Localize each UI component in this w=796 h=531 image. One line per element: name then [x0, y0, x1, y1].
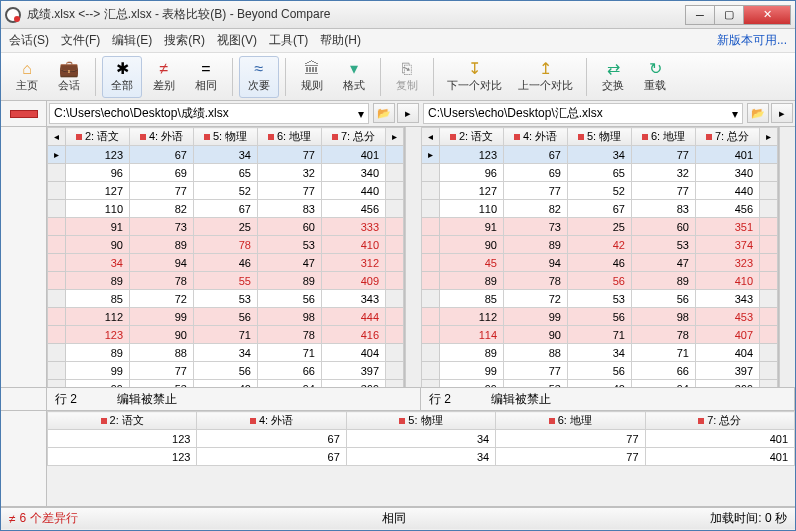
col-header[interactable]: 5: 物理 [568, 128, 632, 146]
same-button[interactable]: =相同 [186, 56, 226, 98]
diff-button[interactable]: ≠差别 [144, 56, 184, 98]
scrollbar[interactable] [405, 127, 421, 387]
col-header[interactable]: 6: 地理 [496, 412, 645, 430]
col-header[interactable]: 4: 外语 [197, 412, 346, 430]
next-diff-button[interactable]: ↧下一个对比 [440, 56, 509, 98]
col-header[interactable]: 7: 总分 [696, 128, 760, 146]
table-row[interactable]: 99775666397 [48, 362, 404, 380]
col-header[interactable]: 2: 语文 [66, 128, 130, 146]
col-header[interactable]: 5: 物理 [346, 412, 495, 430]
session-button[interactable]: 💼会话 [49, 56, 89, 98]
menu-bar: 会话(S) 文件(F) 编辑(E) 搜索(R) 视图(V) 工具(T) 帮助(H… [1, 29, 795, 53]
table-row[interactable]: 89883471404 [422, 344, 778, 362]
minimize-button[interactable]: ─ [685, 5, 715, 25]
toolbar: ⌂主页 💼会话 ✱全部 ≠差别 =相同 ≈次要 🏛规则 ▾格式 ⎘复制 ↧下一个… [1, 53, 795, 101]
table-row[interactable]: 90894253374 [422, 236, 778, 254]
all-button[interactable]: ✱全部 [102, 56, 142, 98]
status-bar: ≠ 6 个差异行 相同 加载时间: 0 秒 [1, 507, 795, 529]
table-row[interactable]: 99534094369 [48, 380, 404, 388]
swap-button[interactable]: ⇄交换 [593, 56, 633, 98]
col-header[interactable]: 4: 外语 [504, 128, 568, 146]
scrollbar[interactable] [779, 127, 795, 387]
menu-edit[interactable]: 编辑(E) [112, 32, 152, 49]
table-row[interactable]: 91732560351 [422, 218, 778, 236]
col-header[interactable]: 4: 外语 [130, 128, 194, 146]
detail-grid[interactable]: 2: 语文4: 外语5: 物理6: 地理7: 总分123673477401123… [47, 411, 795, 506]
table-row[interactable]: 85725356343 [422, 290, 778, 308]
left-edit-status: 编辑被禁止 [117, 391, 177, 408]
col-header[interactable]: 5: 物理 [194, 128, 258, 146]
col-header[interactable]: 6: 地理 [258, 128, 322, 146]
table-row[interactable]: 127775277440 [422, 182, 778, 200]
table-row[interactable]: 89883471404 [48, 344, 404, 362]
right-arrow-button[interactable]: ▸ [771, 103, 793, 123]
right-row-label: 行 2 [429, 391, 451, 408]
left-grid[interactable]: ◂2: 语文4: 外语5: 物理6: 地理7: 总分▸▸123673477401… [47, 127, 405, 387]
rules-button[interactable]: 🏛规则 [292, 56, 332, 98]
title-bar: 成绩.xlsx <--> 汇总.xlsx - 表格比较(B) - Beyond … [1, 1, 795, 29]
detail-panel: 2: 语文4: 外语5: 物理6: 地理7: 总分123673477401123… [1, 411, 795, 507]
table-row[interactable]: 45944647323 [422, 254, 778, 272]
left-arrow-button[interactable]: ▸ [397, 103, 419, 123]
maximize-button[interactable]: ▢ [714, 5, 744, 25]
copy-button[interactable]: ⎘复制 [387, 56, 427, 98]
menu-help[interactable]: 帮助(H) [320, 32, 361, 49]
table-row[interactable]: 110826783456 [422, 200, 778, 218]
format-button[interactable]: ▾格式 [334, 56, 374, 98]
prev-diff-button[interactable]: ↥上一个对比 [511, 56, 580, 98]
load-time: 加载时间: 0 秒 [710, 510, 787, 527]
table-row[interactable]: 89785689410 [422, 272, 778, 290]
left-path-input[interactable]: C:\Users\echo\Desktop\成绩.xlsx▾ [49, 103, 369, 124]
table-row[interactable]: 127775277440 [48, 182, 404, 200]
menu-session[interactable]: 会话(S) [9, 32, 49, 49]
menu-file[interactable]: 文件(F) [61, 32, 100, 49]
table-row[interactable]: 112995698453 [422, 308, 778, 326]
table-row[interactable]: 123907178416 [48, 326, 404, 344]
table-row[interactable]: 123673477401 [48, 448, 795, 466]
compare-grids: ◂2: 语文4: 外语5: 物理6: 地理7: 总分▸▸123673477401… [1, 127, 795, 387]
table-row[interactable]: 96696532340 [422, 164, 778, 182]
minor-button[interactable]: ≈次要 [239, 56, 279, 98]
window-title: 成绩.xlsx <--> 汇总.xlsx - 表格比较(B) - Beyond … [27, 6, 686, 23]
table-row[interactable]: ▸123673477401 [48, 146, 404, 164]
table-row[interactable]: 99775666397 [422, 362, 778, 380]
menu-view[interactable]: 视图(V) [217, 32, 257, 49]
table-row[interactable]: 89785589409 [48, 272, 404, 290]
home-button[interactable]: ⌂主页 [7, 56, 47, 98]
app-icon [5, 7, 21, 23]
col-header[interactable]: 2: 语文 [440, 128, 504, 146]
col-header[interactable]: 6: 地理 [632, 128, 696, 146]
status-same: 相同 [78, 510, 711, 527]
table-row[interactable]: 110826783456 [48, 200, 404, 218]
table-row[interactable]: 91732560333 [48, 218, 404, 236]
close-button[interactable]: ✕ [743, 5, 791, 25]
table-row[interactable]: ▸123673477401 [422, 146, 778, 164]
right-edit-status: 编辑被禁止 [491, 391, 551, 408]
table-row[interactable]: 112995698444 [48, 308, 404, 326]
col-header[interactable]: 7: 总分 [645, 412, 794, 430]
right-path-input[interactable]: C:\Users\echo\Desktop\汇总.xlsx▾ [423, 103, 743, 124]
diff-indicator-icon [10, 110, 38, 118]
table-row[interactable]: 99534094369 [422, 380, 778, 388]
left-browse-button[interactable]: 📂 [373, 103, 395, 123]
col-header[interactable]: 7: 总分 [322, 128, 386, 146]
col-header[interactable]: 2: 语文 [48, 412, 197, 430]
reload-button[interactable]: ↻重载 [635, 56, 675, 98]
right-browse-button[interactable]: 📂 [747, 103, 769, 123]
menu-search[interactable]: 搜索(R) [164, 32, 205, 49]
left-row-label: 行 2 [55, 391, 77, 408]
diff-count: 6 个差异行 [20, 510, 78, 527]
table-row[interactable]: 85725356343 [48, 290, 404, 308]
right-grid[interactable]: ◂2: 语文4: 外语5: 物理6: 地理7: 总分▸▸123673477401… [421, 127, 779, 387]
path-row: C:\Users\echo\Desktop\成绩.xlsx▾ 📂▸ C:\Use… [1, 101, 795, 127]
table-row[interactable]: 114907178407 [422, 326, 778, 344]
table-row[interactable]: 123673477401 [48, 430, 795, 448]
menu-tools[interactable]: 工具(T) [269, 32, 308, 49]
table-row[interactable]: 90897853410 [48, 236, 404, 254]
table-row[interactable]: 34944647312 [48, 254, 404, 272]
detail-header: 行 2编辑被禁止 行 2编辑被禁止 [1, 387, 795, 411]
table-row[interactable]: 96696532340 [48, 164, 404, 182]
new-version-link[interactable]: 新版本可用... [717, 32, 787, 49]
not-equal-icon: ≠ [9, 512, 16, 526]
